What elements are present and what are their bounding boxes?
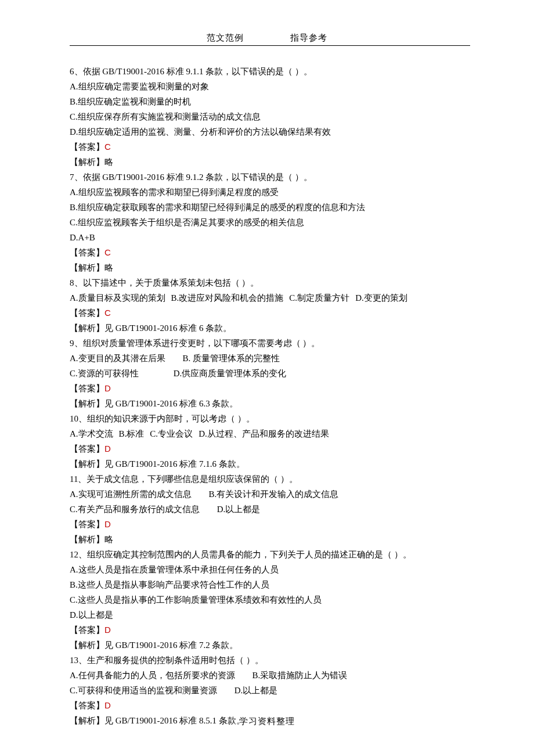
question-stem: 6、依据 GB/T19001-2016 标准 9.1.1 条款，以下错误的是（ … bbox=[70, 64, 470, 79]
question-option: A.这些人员是指在质量管理体系中承担任何任务的人员 bbox=[70, 562, 470, 577]
question-option: D.A+B bbox=[70, 230, 470, 245]
question-option: B.改进应对风险和机会的措施 bbox=[171, 293, 284, 303]
explain-line: 【解析】见 GB/T19001-2016 标准 6 条款。 bbox=[70, 321, 470, 336]
header-left: 范文范例 bbox=[207, 33, 244, 42]
answer-line: 【答案】D bbox=[70, 698, 470, 713]
question-option: C.组织应监视顾客关于组织是否满足其要求的感受的相关信息 bbox=[70, 215, 470, 230]
question-option: C.有关产品和服务放行的成文信息 bbox=[70, 505, 200, 514]
question-block: 9、组织对质量管理体系进行变更时，以下哪项不需要考虑（ ）。A.变更目的及其潜在… bbox=[70, 336, 470, 411]
question-option: C.专业会议 bbox=[150, 429, 193, 438]
question-option-row: A.质量目标及实现的策划B.改进应对风险和机会的措施C.制定质量方针D.变更的策… bbox=[70, 290, 470, 305]
answer-line: 【答案】C bbox=[70, 139, 470, 154]
explain-line: 【解析】略 bbox=[70, 260, 470, 275]
page-header: 范文范例 指导参考 bbox=[0, 33, 534, 44]
explain-text: 略 bbox=[104, 157, 113, 167]
explain-line: 【解析】见 GB/T19001-2016 标准 7.1.6 条款。 bbox=[70, 456, 470, 471]
question-option: A.任何具备能力的人员，包括所要求的资源 bbox=[70, 671, 235, 680]
explain-label: 【解析】 bbox=[70, 263, 104, 272]
question-option: C.组织应保存所有实施监视和测量活动的成文信息 bbox=[70, 109, 470, 124]
answer-line: 【答案】D bbox=[70, 622, 470, 638]
question-option: B.这些人员是指从事影响产品要求符合性工作的人员 bbox=[70, 577, 470, 592]
question-stem: 7、依据 GB/T19001-2016 标准 9.1.2 条款，以下错误的是（ … bbox=[70, 170, 470, 185]
explain-label: 【解析】 bbox=[70, 459, 104, 469]
question-list: 6、依据 GB/T19001-2016 标准 9.1.1 条款，以下错误的是（ … bbox=[70, 64, 470, 728]
answer-value: D bbox=[104, 444, 111, 453]
question-stem: 9、组织对质量管理体系进行变更时，以下哪项不需要考虑（ ）。 bbox=[70, 336, 470, 351]
explain-line: 【解析】见 GB/T19001-2016 标准 7.2 条款。 bbox=[70, 638, 470, 653]
explain-text: 见 GB/T19001-2016 标准 7.1.6 条款。 bbox=[104, 459, 245, 469]
answer-label: 【答案】 bbox=[70, 142, 104, 152]
question-stem: 8、以下描述中，关于质量体系策划未包括（ ）。 bbox=[70, 275, 470, 290]
answer-label: 【答案】 bbox=[70, 384, 104, 393]
question-option: D.从过程、产品和服务的改进结果 bbox=[199, 429, 329, 438]
question-option: A.变更目的及其潜在后果 bbox=[70, 354, 165, 363]
question-option: D.以上都是 bbox=[234, 686, 278, 695]
question-block: 12、组织应确定其控制范围内的人员需具备的能力，下列关于人员的描述正确的是（ ）… bbox=[70, 547, 470, 653]
answer-line: 【答案】C bbox=[70, 245, 470, 260]
question-option: D.以上都是 bbox=[70, 607, 470, 622]
question-option: B.标准 bbox=[119, 429, 145, 438]
question-option: C.资源的可获得性 bbox=[70, 369, 139, 378]
answer-value: D bbox=[104, 519, 111, 529]
question-option: A.组织应确定需要监视和测量的对象 bbox=[70, 79, 470, 94]
explain-text: 见 GB/T19001-2016 标准 6.3 条款。 bbox=[104, 399, 238, 408]
explain-label: 【解析】 bbox=[70, 640, 104, 650]
explain-label: 【解析】 bbox=[70, 323, 104, 333]
question-option: A.学术交流 bbox=[70, 429, 113, 438]
question-option-row: A.任何具备能力的人员，包括所要求的资源B.采取措施防止人为错误 bbox=[70, 668, 470, 683]
question-block: 7、依据 GB/T19001-2016 标准 9.1.2 条款，以下错误的是（ … bbox=[70, 170, 470, 275]
explain-line: 【解析】略 bbox=[70, 532, 470, 547]
question-option: C.制定质量方针 bbox=[289, 293, 349, 303]
answer-value: C bbox=[104, 308, 111, 318]
question-option-row: A.变更目的及其潜在后果B. 质量管理体系的完整性 bbox=[70, 351, 470, 366]
question-option-row: C.资源的可获得性D.供应商质量管理体系的变化 bbox=[70, 366, 470, 381]
answer-value: C bbox=[104, 247, 111, 257]
question-stem: 10、组织的知识来源于内部时，可以考虑（ ）。 bbox=[70, 411, 470, 426]
question-option-row: A.实现可追溯性所需的成文信息B.有关设计和开发输入的成文信息 bbox=[70, 487, 470, 502]
question-block: 8、以下描述中，关于质量体系策划未包括（ ）。A.质量目标及实现的策划B.改进应… bbox=[70, 275, 470, 336]
question-option: A.实现可追溯性所需的成文信息 bbox=[70, 489, 192, 499]
answer-label: 【答案】 bbox=[70, 625, 104, 635]
answer-line: 【答案】D bbox=[70, 381, 470, 396]
answer-label: 【答案】 bbox=[70, 701, 104, 710]
answer-value: D bbox=[104, 625, 111, 635]
explain-text: 见 GB/T19001-2016 标准 7.2 条款。 bbox=[104, 640, 238, 650]
question-option: D.组织应确定适用的监视、测量、分析和评价的方法以确保结果有效 bbox=[70, 124, 470, 139]
question-block: 10、组织的知识来源于内部时，可以考虑（ ）。A.学术交流B.标准C.专业会议D… bbox=[70, 411, 470, 471]
explain-label: 【解析】 bbox=[70, 399, 104, 408]
question-option: B.组织应确定监视和测量的时机 bbox=[70, 94, 470, 109]
question-option: B.组织应确定获取顾客的需求和期望已经得到满足的感受的程度的信息和方法 bbox=[70, 200, 470, 215]
document-page: 范文范例 指导参考 6、依据 GB/T19001-2016 标准 9.1.1 条… bbox=[0, 0, 534, 756]
explain-label: 【解析】 bbox=[70, 535, 104, 544]
question-option: D.供应商质量管理体系的变化 bbox=[174, 369, 287, 378]
header-rule bbox=[70, 45, 470, 46]
answer-label: 【答案】 bbox=[70, 308, 104, 318]
question-option-row: A.学术交流B.标准C.专业会议D.从过程、产品和服务的改进结果 bbox=[70, 426, 470, 441]
answer-label: 【答案】 bbox=[70, 520, 104, 529]
question-option: B.采取措施防止人为错误 bbox=[252, 671, 348, 680]
question-option-row: C.可获得和使用适当的监视和测量资源D.以上都是 bbox=[70, 683, 470, 698]
page-footer: 学习资料整理 bbox=[0, 716, 534, 727]
answer-value: D bbox=[104, 700, 111, 710]
question-option: C.这些人员是指从事的工作影响质量管理体系绩效和有效性的人员 bbox=[70, 592, 470, 607]
answer-label: 【答案】 bbox=[70, 248, 104, 257]
answer-line: 【答案】D bbox=[70, 517, 470, 532]
question-option: D.以上都是 bbox=[217, 505, 261, 514]
explain-line: 【解析】见 GB/T19001-2016 标准 6.3 条款。 bbox=[70, 396, 470, 411]
explain-text: 略 bbox=[104, 263, 113, 272]
question-stem: 12、组织应确定其控制范围内的人员需具备的能力，下列关于人员的描述正确的是（ ）… bbox=[70, 547, 470, 562]
header-right: 指导参考 bbox=[290, 33, 327, 42]
answer-value: C bbox=[104, 142, 111, 152]
explain-label: 【解析】 bbox=[70, 157, 104, 167]
answer-value: D bbox=[104, 383, 111, 393]
question-block: 11、关于成文信息，下列哪些信息是组织应该保留的（ ）。A.实现可追溯性所需的成… bbox=[70, 471, 470, 547]
question-option: D.变更的策划 bbox=[355, 293, 407, 303]
question-stem: 13、生产和服务提供的控制条件适用时包括（ ）。 bbox=[70, 653, 470, 668]
question-option: B.有关设计和开发输入的成文信息 bbox=[209, 489, 339, 499]
explain-line: 【解析】略 bbox=[70, 154, 470, 170]
explain-text: 见 GB/T19001-2016 标准 6 条款。 bbox=[104, 323, 232, 333]
answer-line: 【答案】C bbox=[70, 305, 470, 321]
question-block: 6、依据 GB/T19001-2016 标准 9.1.1 条款，以下错误的是（ … bbox=[70, 64, 470, 170]
question-option: A.质量目标及实现的策划 bbox=[70, 293, 165, 303]
question-option: A.组织应监视顾客的需求和期望已得到满足程度的感受 bbox=[70, 185, 470, 200]
